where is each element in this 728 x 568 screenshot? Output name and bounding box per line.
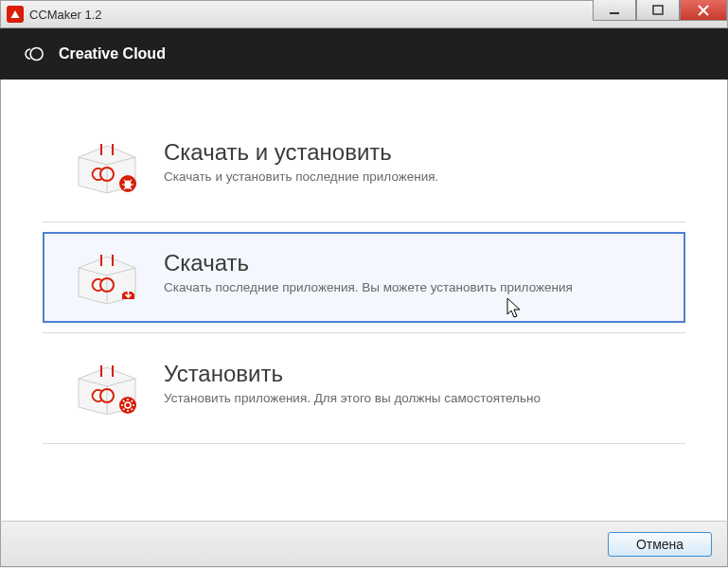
option-desc: Скачать последние приложения. Вы можете …	[164, 279, 655, 296]
app-title: Creative Cloud	[59, 45, 166, 62]
minimize-button[interactable]	[593, 0, 636, 21]
creative-cloud-icon	[21, 42, 45, 66]
box-icon	[73, 251, 141, 304]
option-title: Скачать	[164, 251, 655, 275]
option-title: Скачать и установить	[164, 140, 655, 165]
divider	[43, 222, 685, 222]
option-download[interactable]: Скачать Скачать последние приложения. Вы…	[43, 232, 685, 323]
window-title: CCMaker 1.2	[29, 8, 102, 22]
titlebar: CCMaker 1.2	[0, 0, 728, 28]
svg-point-2	[30, 48, 43, 61]
option-title: Установить	[164, 362, 655, 386]
app-header: Creative Cloud	[0, 28, 728, 80]
option-desc: Установить приложения. Для этого вы долж…	[164, 390, 655, 407]
svg-rect-0	[610, 12, 619, 14]
option-install[interactable]: Установить Установить приложения. Для эт…	[43, 343, 685, 434]
close-button[interactable]	[680, 0, 727, 21]
window-controls	[593, 1, 727, 27]
gear-badge-icon	[119, 397, 136, 414]
option-download-install[interactable]: Скачать и установить Скачать и установит…	[43, 121, 685, 212]
main-panel: Скачать и установить Скачать и установит…	[0, 80, 728, 521]
divider	[43, 332, 685, 333]
divider	[43, 443, 685, 444]
svg-rect-1	[653, 6, 663, 14]
maximize-button[interactable]	[636, 0, 680, 21]
footer: Отмена	[0, 521, 728, 567]
option-desc: Скачать и установить последние приложени…	[164, 169, 655, 186]
app-icon	[7, 6, 24, 23]
cancel-button[interactable]: Отмена	[608, 532, 712, 557]
box-icon	[73, 362, 141, 415]
box-icon	[73, 140, 141, 193]
bug-badge-icon	[119, 175, 136, 192]
